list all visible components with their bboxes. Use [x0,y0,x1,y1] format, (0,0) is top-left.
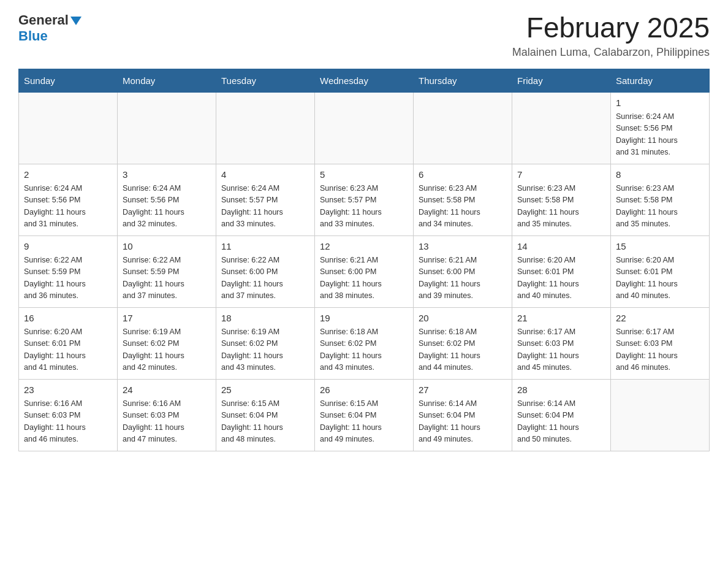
calendar-cell: 4Sunrise: 6:24 AM Sunset: 5:57 PM Daylig… [216,164,315,236]
week-row-3: 9Sunrise: 6:22 AM Sunset: 5:59 PM Daylig… [19,236,710,307]
day-header-saturday: Saturday [611,69,710,92]
day-info: Sunrise: 6:22 AM Sunset: 5:59 PM Dayligh… [24,255,112,302]
calendar-cell: 17Sunrise: 6:19 AM Sunset: 6:02 PM Dayli… [118,307,216,379]
calendar-cell: 27Sunrise: 6:14 AM Sunset: 6:04 PM Dayli… [414,379,512,451]
day-info: Sunrise: 6:19 AM Sunset: 6:02 PM Dayligh… [221,326,309,374]
logo-general-text: General [18,12,69,28]
subtitle: Malainen Luma, Calabarzon, Philippines [512,46,710,59]
day-info: Sunrise: 6:19 AM Sunset: 6:02 PM Dayligh… [123,326,211,374]
calendar-cell: 24Sunrise: 6:16 AM Sunset: 6:03 PM Dayli… [118,379,216,451]
week-row-4: 16Sunrise: 6:20 AM Sunset: 6:01 PM Dayli… [19,307,710,379]
header: General Blue February 2025 Malainen Luma… [18,12,710,59]
day-number: 8 [616,168,704,182]
day-number: 28 [517,383,605,397]
logo-triangle-icon [70,17,82,25]
day-number: 14 [517,240,605,254]
day-info: Sunrise: 6:14 AM Sunset: 6:04 PM Dayligh… [517,398,605,446]
calendar-cell: 7Sunrise: 6:23 AM Sunset: 5:58 PM Daylig… [512,164,611,236]
day-info: Sunrise: 6:23 AM Sunset: 5:58 PM Dayligh… [419,183,507,231]
day-info: Sunrise: 6:24 AM Sunset: 5:56 PM Dayligh… [24,183,112,231]
calendar-body: 1Sunrise: 6:24 AM Sunset: 5:56 PM Daylig… [19,92,710,451]
day-number: 6 [419,168,507,182]
calendar-cell: 8Sunrise: 6:23 AM Sunset: 5:58 PM Daylig… [611,164,710,236]
day-info: Sunrise: 6:21 AM Sunset: 6:00 PM Dayligh… [419,255,507,302]
day-info: Sunrise: 6:24 AM Sunset: 5:57 PM Dayligh… [221,183,309,231]
logo: General Blue [18,12,82,44]
day-number: 16 [24,312,112,326]
day-number: 12 [320,240,408,254]
week-row-2: 2Sunrise: 6:24 AM Sunset: 5:56 PM Daylig… [19,164,710,236]
day-number: 18 [221,312,309,326]
day-number: 26 [320,383,408,397]
calendar-cell: 23Sunrise: 6:16 AM Sunset: 6:03 PM Dayli… [19,379,118,451]
day-number: 5 [320,168,408,182]
day-info: Sunrise: 6:18 AM Sunset: 6:02 PM Dayligh… [320,326,408,374]
day-number: 20 [419,312,507,326]
day-number: 22 [616,312,704,326]
day-header-row: SundayMondayTuesdayWednesdayThursdayFrid… [19,69,710,92]
calendar-table: SundayMondayTuesdayWednesdayThursdayFrid… [18,69,710,451]
day-number: 25 [221,383,309,397]
day-number: 11 [221,240,309,254]
title-area: February 2025 Malainen Luma, Calabarzon,… [512,12,710,59]
day-number: 27 [419,383,507,397]
day-header-thursday: Thursday [414,69,512,92]
day-number: 24 [123,383,211,397]
day-header-friday: Friday [512,69,611,92]
day-info: Sunrise: 6:20 AM Sunset: 6:01 PM Dayligh… [616,255,704,302]
day-info: Sunrise: 6:24 AM Sunset: 5:56 PM Dayligh… [123,183,211,231]
calendar-cell: 2Sunrise: 6:24 AM Sunset: 5:56 PM Daylig… [19,164,118,236]
calendar-cell: 9Sunrise: 6:22 AM Sunset: 5:59 PM Daylig… [19,236,118,307]
day-info: Sunrise: 6:24 AM Sunset: 5:56 PM Dayligh… [616,111,704,159]
day-header-sunday: Sunday [19,69,118,92]
day-number: 1 [616,96,704,110]
calendar-cell: 14Sunrise: 6:20 AM Sunset: 6:01 PM Dayli… [512,236,611,307]
day-header-wednesday: Wednesday [315,69,414,92]
day-number: 15 [616,240,704,254]
calendar-cell: 3Sunrise: 6:24 AM Sunset: 5:56 PM Daylig… [118,164,216,236]
day-header-monday: Monday [118,69,216,92]
calendar-header: SundayMondayTuesdayWednesdayThursdayFrid… [19,69,710,92]
calendar-cell: 15Sunrise: 6:20 AM Sunset: 6:01 PM Dayli… [611,236,710,307]
day-number: 13 [419,240,507,254]
day-number: 9 [24,240,112,254]
calendar-cell [414,92,512,164]
calendar-cell: 18Sunrise: 6:19 AM Sunset: 6:02 PM Dayli… [216,307,315,379]
calendar-cell: 5Sunrise: 6:23 AM Sunset: 5:57 PM Daylig… [315,164,414,236]
day-info: Sunrise: 6:15 AM Sunset: 6:04 PM Dayligh… [320,398,408,446]
day-header-tuesday: Tuesday [216,69,315,92]
logo-blue-text: Blue [18,28,48,44]
calendar-cell [611,379,710,451]
calendar-cell: 6Sunrise: 6:23 AM Sunset: 5:58 PM Daylig… [414,164,512,236]
day-number: 3 [123,168,211,182]
calendar-cell [512,92,611,164]
calendar-cell [216,92,315,164]
day-info: Sunrise: 6:16 AM Sunset: 6:03 PM Dayligh… [24,398,112,446]
calendar-cell [118,92,216,164]
day-info: Sunrise: 6:23 AM Sunset: 5:58 PM Dayligh… [517,183,605,231]
day-info: Sunrise: 6:14 AM Sunset: 6:04 PM Dayligh… [419,398,507,446]
day-number: 23 [24,383,112,397]
calendar-cell: 12Sunrise: 6:21 AM Sunset: 6:00 PM Dayli… [315,236,414,307]
day-number: 10 [123,240,211,254]
day-info: Sunrise: 6:22 AM Sunset: 5:59 PM Dayligh… [123,255,211,302]
day-info: Sunrise: 6:17 AM Sunset: 6:03 PM Dayligh… [616,326,704,374]
calendar-cell: 20Sunrise: 6:18 AM Sunset: 6:02 PM Dayli… [414,307,512,379]
calendar-cell: 21Sunrise: 6:17 AM Sunset: 6:03 PM Dayli… [512,307,611,379]
calendar-cell: 11Sunrise: 6:22 AM Sunset: 6:00 PM Dayli… [216,236,315,307]
calendar-cell: 19Sunrise: 6:18 AM Sunset: 6:02 PM Dayli… [315,307,414,379]
calendar-cell: 22Sunrise: 6:17 AM Sunset: 6:03 PM Dayli… [611,307,710,379]
calendar-cell [315,92,414,164]
day-info: Sunrise: 6:20 AM Sunset: 6:01 PM Dayligh… [24,326,112,374]
calendar-cell: 26Sunrise: 6:15 AM Sunset: 6:04 PM Dayli… [315,379,414,451]
day-info: Sunrise: 6:15 AM Sunset: 6:04 PM Dayligh… [221,398,309,446]
day-info: Sunrise: 6:23 AM Sunset: 5:57 PM Dayligh… [320,183,408,231]
day-number: 19 [320,312,408,326]
calendar-cell: 28Sunrise: 6:14 AM Sunset: 6:04 PM Dayli… [512,379,611,451]
day-info: Sunrise: 6:18 AM Sunset: 6:02 PM Dayligh… [419,326,507,374]
calendar-cell: 16Sunrise: 6:20 AM Sunset: 6:01 PM Dayli… [19,307,118,379]
day-info: Sunrise: 6:17 AM Sunset: 6:03 PM Dayligh… [517,326,605,374]
day-info: Sunrise: 6:22 AM Sunset: 6:00 PM Dayligh… [221,255,309,302]
day-number: 17 [123,312,211,326]
page-title: February 2025 [512,12,710,44]
